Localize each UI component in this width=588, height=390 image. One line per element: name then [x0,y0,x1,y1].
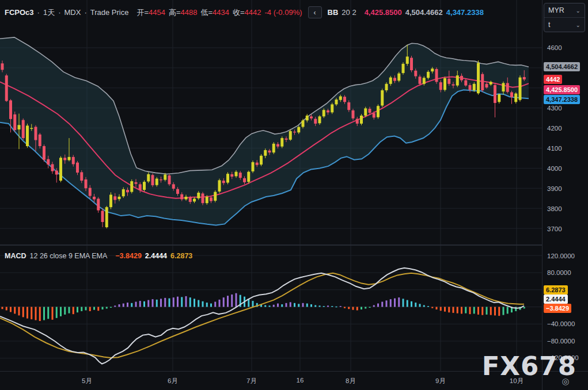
time-tick-label: 8月 [346,377,356,385]
macd-params: 12 26 close 9 EMA EMA [30,252,108,260]
axis-tick-label: −120.0000 [547,354,579,361]
chevron-down-icon: ⌄ [576,22,581,28]
axis-tick-label: 3700 [547,225,562,232]
axis-tick-label: −40.0000 [547,320,575,327]
axis-settings-cell[interactable]: ◎ [542,371,588,390]
bb-basis-value: 4,425.8500 [365,8,402,17]
unit-value: t [548,21,550,29]
time-axis[interactable]: 5月6月7月168月9月10月 [0,371,542,390]
ohlc-low: 低=4434 [200,7,229,18]
axis-tick-label: 4300 [547,105,562,112]
ohlc-close: 收=4442 [233,7,261,18]
macd-pane-canvas[interactable] [0,246,542,371]
chart-window: FCPOc3 · 1天 · MDX · Trade Price 开=4454 高… [0,0,588,390]
collapse-indicator-button[interactable]: ‹ [308,6,322,18]
change-value: -4 (-0.09%) [265,8,302,17]
macd-hist-value: −3.8429 [115,252,142,260]
chevron-down-icon: ⌄ [576,7,581,14]
axis-tick-label: 80.0000 [547,269,571,276]
macd-legend: MACD 12 26 close 9 EMA EMA −3.8429 2.444… [5,252,192,260]
symbol-name[interactable]: FCPOc3 [5,8,34,17]
unit-dropdown[interactable]: t ⌄ [544,17,585,32]
axis-tick-label: 4000 [547,165,562,172]
last-price-badge: 4442 [544,75,562,84]
time-tick-label: 7月 [246,377,257,385]
symbol-legend: FCPOc3 · 1天 · MDX · Trade Price 开=4454 高… [5,6,484,18]
time-tick-label: 16 [297,377,304,384]
time-tick-label: 9月 [435,377,446,385]
macd-indicator-name[interactable]: MACD [5,252,26,260]
feed-label: Trade Price [90,8,129,17]
pane-divider[interactable] [0,244,588,246]
scale-settings-icon[interactable]: ◎ [562,376,569,387]
axis-tick-label: 3900 [547,185,562,192]
axis-tick-label: 4100 [547,145,562,152]
macd-signal-badge: 6.2873 [544,285,568,295]
bb-indicator-name[interactable]: BB [328,8,339,17]
axis-tick-label: −80.0000 [547,338,575,345]
exchange-label: MDX [65,8,81,17]
price-axis[interactable]: 46004300420041004000390038003700120.0000… [542,0,588,371]
price-pane-canvas[interactable] [0,0,542,245]
bb-params: 20 2 [342,8,356,17]
axis-tick-label: 120.0000 [547,253,575,259]
axis-tick-label: 4200 [547,125,562,132]
scale-controls: MYR ⌄ t ⌄ [544,3,585,32]
bb-lower-value: 4,347.2338 [446,8,484,17]
bb-upper-badge: 4,504.4662 [544,62,580,71]
time-tick-label: 10月 [510,377,523,385]
bb-lower-badge: 4,347.2338 [544,95,580,104]
time-tick-label: 6月 [168,377,178,385]
bb-basis-badge: 4,425.8500 [544,85,580,94]
ohlc-high: 高=4488 [169,7,198,18]
interval-label[interactable]: 1天 [43,7,55,18]
macd-signal-value: 6.2873 [170,252,192,260]
macd-hist-badge: −3.8429 [544,304,571,313]
axis-tick-label: 4600 [547,44,562,51]
axis-tick-label: 3800 [547,205,562,212]
ohlc-open: 开=4454 [136,7,165,18]
currency-dropdown[interactable]: MYR ⌄ [544,3,585,17]
currency-value: MYR [548,6,564,14]
time-tick-label: 5月 [82,377,92,385]
macd-line-value: 2.4444 [145,252,167,260]
macd-value-badge: 2.4444 [544,295,568,304]
bb-upper-value: 4,504.4662 [405,8,443,17]
